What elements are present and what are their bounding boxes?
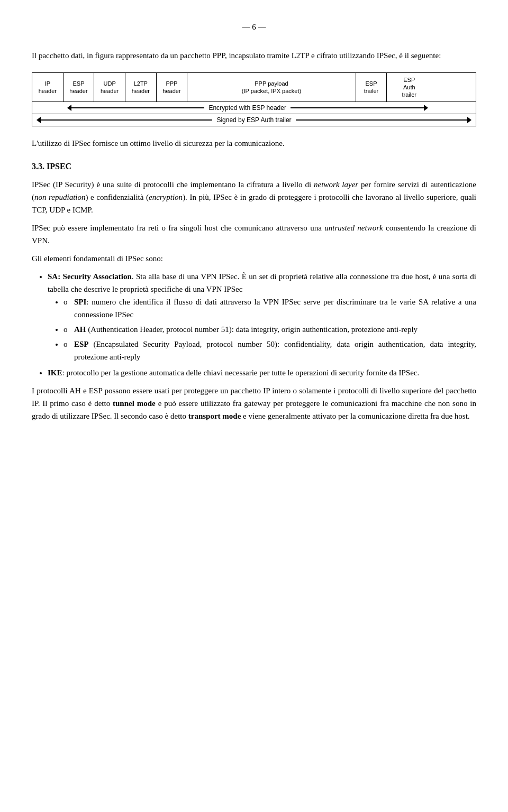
packet-diagram: IPheader ESPheader UDPheader L2TPheader … xyxy=(32,72,476,127)
bullets-list: SA: Security Association. Sta alla base … xyxy=(48,270,476,379)
sub-spi: SPI: numero che identifica il flusso di … xyxy=(64,296,476,321)
cell-esp-trailer: ESPtrailer xyxy=(356,73,387,102)
after-diagram-text: L'utilizzo di IPSec fornisce un ottimo l… xyxy=(32,137,476,150)
cell-l2tp-header: L2TPheader xyxy=(125,73,157,102)
cell-esp-auth-trailer: ESPAuthtrailer xyxy=(387,73,431,102)
section-para-1: IPSec (IP Security) è una suite di proto… xyxy=(32,178,476,216)
page-number: — 6 — xyxy=(32,21,476,33)
cell-ip-header: IPheader xyxy=(32,73,64,102)
intro-text: Il pacchetto dati, in figura rappresenta… xyxy=(32,49,476,62)
section-heading: 3.3. IPSEC xyxy=(32,160,476,173)
encrypted-row: Encrypted with ESP header xyxy=(32,102,476,114)
cell-ppp-header: PPPheader xyxy=(157,73,188,102)
cell-ppp-payload: PPP payload(IP packet, IPX packet) xyxy=(187,73,356,102)
signed-label: Signed by ESP Auth trailer xyxy=(212,115,295,125)
final-para-1: I protocolli AH e ESP possono essere usa… xyxy=(32,384,476,422)
sub-list-sa: SPI: numero che identifica il flusso di … xyxy=(64,296,476,363)
signed-row: Signed by ESP Auth trailer xyxy=(32,114,476,126)
sub-ah: AH (Authentication Header, protocol numb… xyxy=(64,323,476,336)
bullet-sa: SA: Security Association. Sta alla base … xyxy=(48,270,476,363)
cell-esp-header: ESPheader xyxy=(64,73,95,102)
section-para-3: Gli elementi fondamentali di IPSec sono: xyxy=(32,252,476,265)
cell-udp-header: UDPheader xyxy=(94,73,125,102)
sub-esp: ESP (Encapsulated Security Payload, prot… xyxy=(64,338,476,363)
section-para-2: IPSec può essere implementato fra reti o… xyxy=(32,222,476,247)
bullet-ike: IKE: protocollo per la gestione automati… xyxy=(48,366,476,379)
packet-cells-row: IPheader ESPheader UDPheader L2TPheader … xyxy=(32,73,476,103)
encrypted-label: Encrypted with ESP header xyxy=(204,103,291,113)
